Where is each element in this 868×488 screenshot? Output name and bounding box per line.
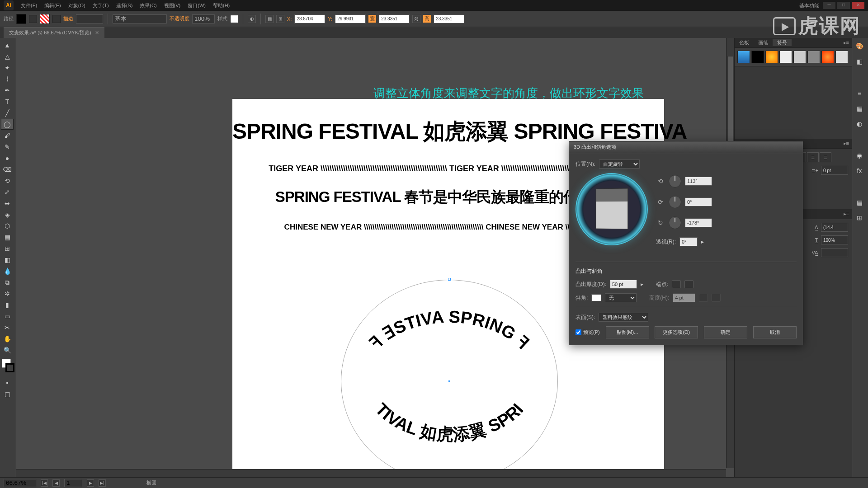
menu-effect[interactable]: 效果(C) [136, 2, 160, 9]
symbol-item[interactable] [737, 51, 750, 63]
align-panel-icon[interactable]: ⊞ [853, 211, 866, 224]
artboard-tool[interactable]: ▭ [1, 311, 14, 322]
horizontal-scrollbar[interactable] [16, 469, 726, 477]
justify-right[interactable]: ≣ [807, 152, 819, 162]
graphic-styles-icon[interactable]: fx [853, 164, 866, 177]
document-tab[interactable]: 文麦效果.ai* @ 66.67% (CMYK/预览) ✕ [4, 27, 104, 38]
fill-dropdown[interactable] [29, 15, 37, 23]
w-input[interactable] [379, 14, 410, 23]
stroke-weight-input[interactable] [76, 14, 103, 23]
link-wh-icon[interactable]: ⛓ [412, 15, 420, 23]
zoom-tool[interactable]: 🔍 [1, 345, 14, 356]
window-maximize[interactable]: □ [837, 2, 850, 9]
opacity-input[interactable] [192, 14, 215, 23]
indent-right-input[interactable] [821, 166, 848, 175]
gradient-panel-icon[interactable]: ▦ [853, 102, 866, 115]
opacity-label[interactable]: 不透明度 [170, 15, 189, 22]
leading-input[interactable] [821, 223, 848, 232]
bevel-select[interactable]: 无 [605, 293, 637, 302]
symbol-item[interactable] [821, 51, 834, 63]
eyedropper-tool[interactable]: 💧 [1, 266, 14, 277]
panel-menu-icon[interactable]: ▸≡ [841, 211, 852, 217]
menu-help[interactable]: 帮助(H) [209, 2, 233, 9]
first-artboard[interactable]: |◀ [41, 479, 48, 487]
depth-input[interactable] [610, 280, 637, 289]
depth-stepper[interactable]: ▸ [641, 281, 643, 287]
screen-mode[interactable]: ▢ [1, 389, 14, 399]
x-input[interactable] [294, 14, 325, 23]
eraser-tool[interactable]: ⌫ [1, 164, 14, 175]
prev-artboard[interactable]: ◀ [52, 479, 60, 487]
zoom-input[interactable] [4, 479, 36, 487]
stroke-swatch[interactable] [40, 14, 50, 24]
rotate-x-input[interactable] [685, 177, 712, 186]
position-select[interactable]: 自定旋转 [599, 160, 640, 169]
symbol-item[interactable] [793, 51, 806, 63]
rotate-y-input[interactable] [685, 197, 712, 206]
stroke-dropdown[interactable] [52, 15, 61, 23]
justify-all[interactable]: ≣ [820, 152, 831, 162]
symbol-item[interactable] [765, 51, 778, 63]
menu-edit[interactable]: 编辑(E) [41, 2, 65, 9]
paintbrush-tool[interactable]: 🖌 [1, 130, 14, 141]
workspace-switcher[interactable]: 基本功能 [796, 2, 823, 9]
pen-tool[interactable]: ✒ [1, 85, 14, 96]
tab-color[interactable]: 色板 [735, 39, 754, 46]
scale-tool[interactable]: ⤢ [1, 187, 14, 197]
more-options-button[interactable]: 更多选项(O) [655, 326, 698, 338]
map-art-button[interactable]: 贴图(M)... [606, 326, 649, 338]
blob-brush-tool[interactable]: ● [1, 153, 14, 164]
stroke-panel-icon[interactable]: ≡ [853, 87, 866, 99]
gradient-tool[interactable]: ◧ [1, 254, 14, 265]
rotate-z-dial[interactable] [669, 216, 681, 229]
y-input[interactable] [335, 14, 366, 23]
rotate-tool[interactable]: ⟲ [1, 175, 14, 186]
selection-tool[interactable]: ▲ [1, 40, 14, 51]
ok-button[interactable]: 确定 [704, 326, 747, 338]
magic-wand-tool[interactable]: ✦ [1, 62, 14, 73]
tab-brushes[interactable]: 画笔 [754, 39, 773, 46]
fill-swatch[interactable] [16, 14, 26, 24]
vscale-input[interactable] [821, 235, 848, 244]
symbol-item[interactable] [835, 51, 848, 63]
artboard-number[interactable] [64, 479, 82, 487]
perspective-grid-tool[interactable]: ▦ [1, 232, 14, 243]
menu-window[interactable]: 窗口(W) [184, 2, 209, 9]
3d-text-object[interactable]: ꟻ ƎSTIVA SPRING ꟻ TIVAL 如虎添翼 SPRI [341, 280, 558, 477]
tracking-input[interactable] [821, 248, 848, 257]
shape-builder-tool[interactable]: ⬡ [1, 221, 14, 231]
graphic-style[interactable] [230, 15, 238, 23]
panel-menu-icon[interactable]: ▸≡ [841, 40, 852, 46]
hand-tool[interactable]: ✋ [1, 333, 14, 344]
ellipse-tool[interactable]: ◯ [1, 119, 14, 130]
line-tool[interactable]: ╱ [1, 108, 14, 118]
mesh-tool[interactable]: ⊞ [1, 243, 14, 254]
width-tool[interactable]: ⬌ [1, 198, 14, 209]
direct-selection-tool[interactable]: △ [1, 51, 14, 62]
perspective-input[interactable] [679, 237, 698, 246]
menu-file[interactable]: 文件(F) [17, 2, 41, 9]
appearance-panel-icon[interactable]: ◉ [853, 149, 866, 162]
layers-panel-icon[interactable]: ▤ [853, 196, 866, 209]
tab-symbols[interactable]: 符号 [773, 39, 792, 46]
menu-select[interactable]: 选择(S) [113, 2, 137, 9]
color-panel-icon[interactable]: 🎨 [853, 40, 866, 52]
panel-menu-icon[interactable]: ▸≡ [841, 141, 852, 146]
pencil-tool[interactable]: ✎ [1, 141, 14, 152]
symbol-sprayer-tool[interactable]: ✲ [1, 288, 14, 299]
rotate-y-dial[interactable] [669, 196, 681, 208]
window-close[interactable]: ✕ [852, 2, 864, 9]
perspective-stepper[interactable]: ▸ [701, 239, 704, 245]
stroke-label[interactable]: 描边 [63, 15, 73, 22]
cap-on-button[interactable] [672, 280, 681, 288]
color-guide-icon[interactable]: ◧ [853, 55, 866, 68]
slice-tool[interactable]: ✂ [1, 322, 14, 333]
h-input[interactable] [434, 14, 464, 23]
preview-checkbox[interactable]: 预览(P) [576, 329, 600, 336]
lasso-tool[interactable]: ⌇ [1, 74, 14, 84]
cancel-button[interactable]: 取消 [753, 326, 797, 338]
window-minimize[interactable]: ─ [823, 2, 835, 9]
symbol-item[interactable] [807, 51, 820, 63]
transparency-panel-icon[interactable]: ◐ [853, 117, 866, 130]
stroke-style-select[interactable] [113, 14, 167, 23]
